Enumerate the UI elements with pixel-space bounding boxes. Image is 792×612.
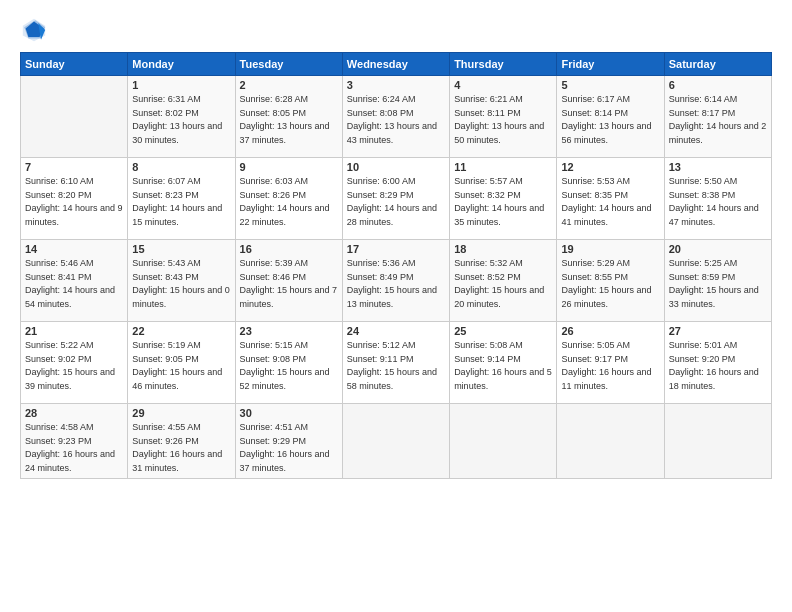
day-info: Sunrise: 6:14 AMSunset: 8:17 PMDaylight:…	[669, 93, 767, 147]
header-day: Monday	[128, 53, 235, 76]
calendar-cell: 13Sunrise: 5:50 AMSunset: 8:38 PMDayligh…	[664, 158, 771, 240]
day-info: Sunrise: 5:12 AMSunset: 9:11 PMDaylight:…	[347, 339, 445, 393]
header-day: Sunday	[21, 53, 128, 76]
logo-icon	[20, 16, 48, 44]
header-day: Friday	[557, 53, 664, 76]
calendar-cell: 4Sunrise: 6:21 AMSunset: 8:11 PMDaylight…	[450, 76, 557, 158]
day-number: 23	[240, 325, 338, 337]
page-header	[20, 16, 772, 44]
day-info: Sunrise: 5:22 AMSunset: 9:02 PMDaylight:…	[25, 339, 123, 393]
day-info: Sunrise: 6:24 AMSunset: 8:08 PMDaylight:…	[347, 93, 445, 147]
day-number: 7	[25, 161, 123, 173]
calendar-cell: 10Sunrise: 6:00 AMSunset: 8:29 PMDayligh…	[342, 158, 449, 240]
day-number: 22	[132, 325, 230, 337]
day-number: 19	[561, 243, 659, 255]
day-number: 24	[347, 325, 445, 337]
calendar-cell: 8Sunrise: 6:07 AMSunset: 8:23 PMDaylight…	[128, 158, 235, 240]
calendar-cell: 30Sunrise: 4:51 AMSunset: 9:29 PMDayligh…	[235, 404, 342, 479]
day-number: 27	[669, 325, 767, 337]
day-number: 2	[240, 79, 338, 91]
day-number: 15	[132, 243, 230, 255]
day-info: Sunrise: 6:03 AMSunset: 8:26 PMDaylight:…	[240, 175, 338, 229]
calendar-table: SundayMondayTuesdayWednesdayThursdayFrid…	[20, 52, 772, 479]
calendar-cell: 24Sunrise: 5:12 AMSunset: 9:11 PMDayligh…	[342, 322, 449, 404]
calendar-cell: 6Sunrise: 6:14 AMSunset: 8:17 PMDaylight…	[664, 76, 771, 158]
day-info: Sunrise: 6:17 AMSunset: 8:14 PMDaylight:…	[561, 93, 659, 147]
day-number: 10	[347, 161, 445, 173]
calendar-cell	[664, 404, 771, 479]
day-info: Sunrise: 5:19 AMSunset: 9:05 PMDaylight:…	[132, 339, 230, 393]
day-number: 13	[669, 161, 767, 173]
day-info: Sunrise: 5:25 AMSunset: 8:59 PMDaylight:…	[669, 257, 767, 311]
day-info: Sunrise: 5:50 AMSunset: 8:38 PMDaylight:…	[669, 175, 767, 229]
day-info: Sunrise: 5:08 AMSunset: 9:14 PMDaylight:…	[454, 339, 552, 393]
calendar-cell: 26Sunrise: 5:05 AMSunset: 9:17 PMDayligh…	[557, 322, 664, 404]
day-info: Sunrise: 5:46 AMSunset: 8:41 PMDaylight:…	[25, 257, 123, 311]
day-number: 11	[454, 161, 552, 173]
day-info: Sunrise: 5:32 AMSunset: 8:52 PMDaylight:…	[454, 257, 552, 311]
day-info: Sunrise: 6:28 AMSunset: 8:05 PMDaylight:…	[240, 93, 338, 147]
calendar-week-row: 28Sunrise: 4:58 AMSunset: 9:23 PMDayligh…	[21, 404, 772, 479]
day-info: Sunrise: 5:29 AMSunset: 8:55 PMDaylight:…	[561, 257, 659, 311]
calendar-cell: 12Sunrise: 5:53 AMSunset: 8:35 PMDayligh…	[557, 158, 664, 240]
logo	[20, 16, 52, 44]
calendar-cell: 16Sunrise: 5:39 AMSunset: 8:46 PMDayligh…	[235, 240, 342, 322]
day-info: Sunrise: 5:39 AMSunset: 8:46 PMDaylight:…	[240, 257, 338, 311]
day-info: Sunrise: 5:57 AMSunset: 8:32 PMDaylight:…	[454, 175, 552, 229]
day-number: 18	[454, 243, 552, 255]
day-number: 16	[240, 243, 338, 255]
day-info: Sunrise: 5:15 AMSunset: 9:08 PMDaylight:…	[240, 339, 338, 393]
day-info: Sunrise: 5:43 AMSunset: 8:43 PMDaylight:…	[132, 257, 230, 311]
calendar-cell: 11Sunrise: 5:57 AMSunset: 8:32 PMDayligh…	[450, 158, 557, 240]
calendar-cell: 18Sunrise: 5:32 AMSunset: 8:52 PMDayligh…	[450, 240, 557, 322]
header-day: Thursday	[450, 53, 557, 76]
calendar-cell: 21Sunrise: 5:22 AMSunset: 9:02 PMDayligh…	[21, 322, 128, 404]
day-number: 6	[669, 79, 767, 91]
calendar-cell: 20Sunrise: 5:25 AMSunset: 8:59 PMDayligh…	[664, 240, 771, 322]
calendar-cell	[21, 76, 128, 158]
calendar-week-row: 1Sunrise: 6:31 AMSunset: 8:02 PMDaylight…	[21, 76, 772, 158]
calendar-cell: 5Sunrise: 6:17 AMSunset: 8:14 PMDaylight…	[557, 76, 664, 158]
calendar-cell: 25Sunrise: 5:08 AMSunset: 9:14 PMDayligh…	[450, 322, 557, 404]
day-info: Sunrise: 5:36 AMSunset: 8:49 PMDaylight:…	[347, 257, 445, 311]
header-day: Saturday	[664, 53, 771, 76]
calendar-week-row: 7Sunrise: 6:10 AMSunset: 8:20 PMDaylight…	[21, 158, 772, 240]
day-number: 9	[240, 161, 338, 173]
day-info: Sunrise: 4:51 AMSunset: 9:29 PMDaylight:…	[240, 421, 338, 475]
calendar-cell	[557, 404, 664, 479]
day-info: Sunrise: 6:07 AMSunset: 8:23 PMDaylight:…	[132, 175, 230, 229]
day-number: 12	[561, 161, 659, 173]
calendar-cell: 2Sunrise: 6:28 AMSunset: 8:05 PMDaylight…	[235, 76, 342, 158]
header-day: Wednesday	[342, 53, 449, 76]
day-info: Sunrise: 5:01 AMSunset: 9:20 PMDaylight:…	[669, 339, 767, 393]
day-info: Sunrise: 4:55 AMSunset: 9:26 PMDaylight:…	[132, 421, 230, 475]
calendar-cell: 19Sunrise: 5:29 AMSunset: 8:55 PMDayligh…	[557, 240, 664, 322]
calendar-cell: 17Sunrise: 5:36 AMSunset: 8:49 PMDayligh…	[342, 240, 449, 322]
day-number: 14	[25, 243, 123, 255]
calendar-cell: 7Sunrise: 6:10 AMSunset: 8:20 PMDaylight…	[21, 158, 128, 240]
calendar-cell: 27Sunrise: 5:01 AMSunset: 9:20 PMDayligh…	[664, 322, 771, 404]
calendar-header-row: SundayMondayTuesdayWednesdayThursdayFrid…	[21, 53, 772, 76]
calendar-cell: 3Sunrise: 6:24 AMSunset: 8:08 PMDaylight…	[342, 76, 449, 158]
day-number: 5	[561, 79, 659, 91]
day-info: Sunrise: 6:21 AMSunset: 8:11 PMDaylight:…	[454, 93, 552, 147]
day-number: 3	[347, 79, 445, 91]
day-info: Sunrise: 5:05 AMSunset: 9:17 PMDaylight:…	[561, 339, 659, 393]
calendar-week-row: 21Sunrise: 5:22 AMSunset: 9:02 PMDayligh…	[21, 322, 772, 404]
day-number: 4	[454, 79, 552, 91]
day-info: Sunrise: 6:31 AMSunset: 8:02 PMDaylight:…	[132, 93, 230, 147]
day-number: 20	[669, 243, 767, 255]
day-info: Sunrise: 6:00 AMSunset: 8:29 PMDaylight:…	[347, 175, 445, 229]
calendar-cell: 29Sunrise: 4:55 AMSunset: 9:26 PMDayligh…	[128, 404, 235, 479]
day-number: 26	[561, 325, 659, 337]
calendar-cell	[450, 404, 557, 479]
calendar-cell: 15Sunrise: 5:43 AMSunset: 8:43 PMDayligh…	[128, 240, 235, 322]
calendar-cell: 23Sunrise: 5:15 AMSunset: 9:08 PMDayligh…	[235, 322, 342, 404]
calendar-cell: 9Sunrise: 6:03 AMSunset: 8:26 PMDaylight…	[235, 158, 342, 240]
header-day: Tuesday	[235, 53, 342, 76]
calendar-cell	[342, 404, 449, 479]
calendar-cell: 22Sunrise: 5:19 AMSunset: 9:05 PMDayligh…	[128, 322, 235, 404]
day-number: 29	[132, 407, 230, 419]
calendar-cell: 28Sunrise: 4:58 AMSunset: 9:23 PMDayligh…	[21, 404, 128, 479]
day-number: 17	[347, 243, 445, 255]
